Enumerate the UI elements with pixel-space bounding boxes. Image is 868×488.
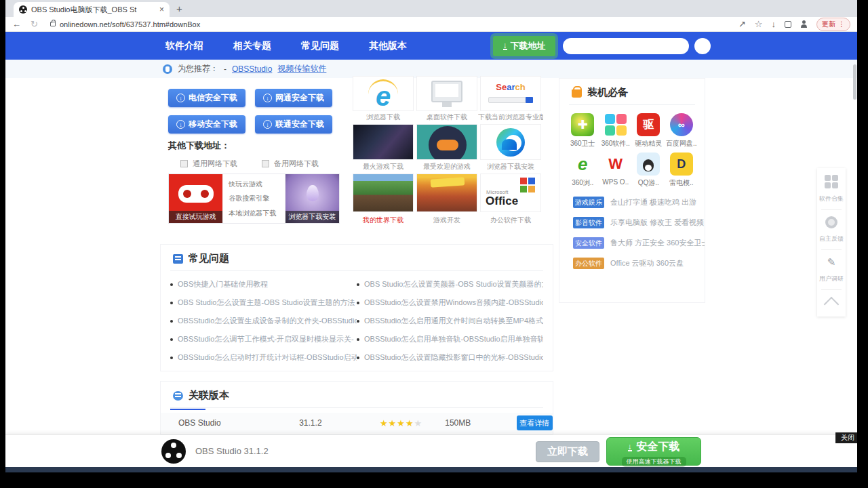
share-icon[interactable]: ↗ xyxy=(738,20,746,28)
category-badge[interactable]: 办公软件 xyxy=(573,258,604,269)
promo-banner[interactable]: 直接试玩游戏 快玩云游戏 谷歌搜索引擎 本地浏览器下载 浏览器下载安装 xyxy=(168,174,340,224)
faq-link[interactable]: OBSStudio怎么启动时打开统计对话框-OBSStudio启动时 xyxy=(170,348,357,367)
nav-item-intro[interactable]: 软件介绍 xyxy=(165,40,203,52)
bottom-download-bar: OBS Studio 31.1.2 立即下载 ↓ 安全下载 使用高速下载器下载 … xyxy=(5,434,857,467)
download-now-button[interactable]: 立即下载 xyxy=(536,441,599,462)
collection-icon[interactable] xyxy=(825,175,838,188)
ad-tile-search[interactable]: Search xyxy=(480,76,541,111)
download-circle-icon: ↓ xyxy=(263,94,272,102)
category-badge[interactable]: 游戏娱乐 xyxy=(573,197,604,208)
faq-link[interactable]: OBS Studio怎么设置美颜器-OBS Studio设置美颜器的方 xyxy=(357,275,543,293)
ad-caption[interactable]: 最受欢迎的游戏 xyxy=(414,162,479,171)
nav-item-faq[interactable]: 常见问题 xyxy=(301,40,339,52)
safe-download-button[interactable]: ↓ 安全下载 使用高速下载器下载 xyxy=(606,437,701,466)
ad-tile-runner-game[interactable] xyxy=(416,174,477,212)
faq-link[interactable]: OBSStudio怎么设置禁用Windows音频内建-OBSStudio设 xyxy=(357,293,543,312)
tab-search-icon[interactable] xyxy=(785,21,791,28)
faq-link[interactable]: OBS Studio怎么设置主题-OBS Studio设置主题的方法 xyxy=(170,293,357,312)
ad-tile-popular-games[interactable] xyxy=(416,124,477,160)
recommend-label: 为您推荐： xyxy=(178,63,218,75)
feedback-icon[interactable] xyxy=(825,216,837,228)
ad-caption[interactable]: 浏览器下载 xyxy=(351,113,416,122)
unicom-download-button[interactable]: ↓ 联通安全下载 xyxy=(255,115,332,134)
mirror-link-general[interactable]: 通用网络下载 xyxy=(180,159,237,169)
rail-label[interactable]: 软件合集 xyxy=(819,195,844,203)
new-tab-button[interactable]: + xyxy=(176,3,182,14)
faq-link[interactable]: OBSStudio怎么调节工作模式-开启双显时模块显示关- xyxy=(170,330,357,348)
promo-link-cloud-game[interactable]: 快玩云游戏 xyxy=(229,180,284,189)
app-baidu-pan[interactable]: ∞百度网盘.. xyxy=(665,113,698,148)
ad-caption[interactable]: 游戏开发 xyxy=(414,216,479,225)
ad-caption[interactable]: 下载当前浏览器专业版 xyxy=(478,113,543,122)
play-game-ad-tile[interactable]: 直接试玩游戏 xyxy=(169,174,222,223)
breadcrumb-link-category[interactable]: 视频传输软件 xyxy=(277,63,326,75)
ad-tile-edge-browser[interactable] xyxy=(480,124,541,160)
category-badge[interactable]: 安全软件 xyxy=(573,237,604,249)
faq-link[interactable]: OBSStudio怎么设置生成设备录制的文件夹-OBSStudio录 xyxy=(170,312,357,330)
close-tab-icon[interactable]: × xyxy=(159,5,164,14)
category-row-media: 影音软件 乐享电脑版 修改王 爱看视频 xyxy=(559,217,705,228)
ad-tile-desktop-software[interactable] xyxy=(416,76,477,111)
ad-caption[interactable]: 浏览器下载安装 xyxy=(478,162,543,171)
breadcrumb-link-obsstudio[interactable]: OBSStudio xyxy=(232,64,272,74)
profile-icon[interactable] xyxy=(800,20,808,28)
version-name[interactable]: OBS Studio xyxy=(178,418,299,428)
nav-item-topics[interactable]: 相关专题 xyxy=(233,40,271,52)
ad-caption[interactable]: 桌面软件下载 xyxy=(414,113,479,122)
back-to-top-icon[interactable] xyxy=(824,297,840,312)
promo-link-search-engine[interactable]: 谷歌搜索引擎 xyxy=(229,194,284,203)
safe-download-label: 安全下载 xyxy=(637,440,680,454)
ad-caption[interactable]: 我的世界下载 xyxy=(351,216,416,225)
download-address-label: 下载地址 xyxy=(511,40,546,52)
app-driver-genius[interactable]: 驱驱动精灵 xyxy=(632,113,665,148)
rail-label[interactable]: 用户调研 xyxy=(819,274,844,283)
ad-tile-minecraft[interactable] xyxy=(353,174,414,212)
nav-item-versions[interactable]: 其他版本 xyxy=(369,40,407,52)
browser-tab[interactable]: OBS Studio电脑版下载_OBS St × xyxy=(14,2,170,17)
browser-update-pill[interactable]: 更新 ⋮ xyxy=(816,18,850,31)
version-number: 31.1.2 xyxy=(299,418,380,428)
pencil-icon[interactable]: ✎ xyxy=(827,256,836,268)
app-qq-game[interactable]: QQ游.. xyxy=(632,152,665,188)
faq-link[interactable]: OBS快捷入门基础使用教程 xyxy=(170,275,357,293)
ad-tile-office[interactable]: Microsoft Office xyxy=(480,174,541,212)
category-badge[interactable]: 影音软件 xyxy=(573,217,604,228)
bookmark-star-icon[interactable]: ☆ xyxy=(755,20,763,28)
app-360-browser[interactable]: e360浏.. xyxy=(566,152,599,188)
netcom-download-button[interactable]: ↓ 网通安全下载 xyxy=(255,89,332,107)
app-360-guard[interactable]: ✚360卫士 xyxy=(566,113,599,148)
mobile-download-button[interactable]: ↓ 移动安全下载 xyxy=(168,115,245,134)
ad-tile-hot-games[interactable] xyxy=(353,124,414,160)
category-links[interactable]: 乐享电脑版 修改王 爱看视频 xyxy=(610,218,704,228)
ad-caption[interactable]: 办公软件下载 xyxy=(478,216,543,225)
downloads-icon[interactable]: ↓ xyxy=(772,20,776,28)
view-details-button[interactable]: 查看详情 xyxy=(517,415,553,430)
app-ld-player[interactable]: D雷电模.. xyxy=(665,152,698,188)
faq-link[interactable]: OBSStudio怎么启用单独音轨-OBSStudio启用单独音轨的 xyxy=(357,330,543,348)
mirror-link-backup[interactable]: 备用网络下载 xyxy=(262,159,319,169)
ad-tile-ie-browser[interactable]: e xyxy=(353,76,414,111)
faq-link[interactable]: OBSStudio怎么设置隐藏投影窗口中的光标-OBSStudio设 xyxy=(357,348,543,367)
app-wps[interactable]: WWPS O.. xyxy=(599,152,633,188)
search-input[interactable] xyxy=(563,38,689,54)
promo-link-local-browser[interactable]: 本地浏览器下载 xyxy=(229,209,284,218)
browser-install-ad-tile[interactable]: 浏览器下载安装 xyxy=(285,174,339,223)
address-bar[interactable]: onlinedown.net/soft/637537.htm#downBox xyxy=(47,20,729,28)
category-links[interactable]: Office 云驱动 360云盘 xyxy=(610,258,684,268)
rail-label[interactable]: 自主反馈 xyxy=(819,235,844,243)
app-360-soft[interactable]: 360软件.. xyxy=(599,113,633,148)
scrollbar-thumb[interactable] xyxy=(853,64,856,100)
reload-icon[interactable]: ↻ xyxy=(31,20,38,28)
category-links[interactable]: 金山打字通 极速吃鸡 出游 xyxy=(610,197,696,207)
category-links[interactable]: 鲁大师 方正安全 360安全卫士 xyxy=(610,238,705,248)
url-text[interactable]: onlinedown.net/soft/637537.htm#downBox xyxy=(60,20,200,28)
close-bar-button[interactable]: 关闭 xyxy=(835,432,857,443)
menu-dots-icon[interactable]: ⋮ xyxy=(838,20,845,28)
back-icon[interactable]: ← xyxy=(12,20,21,28)
ad-caption[interactable]: 最火游戏下载 xyxy=(351,162,416,171)
download-address-button[interactable]: ↓ 下载地址 xyxy=(493,36,555,56)
faq-link[interactable]: OBSStudio怎么启用通用文件时间自动转换至MP4格式- xyxy=(357,312,543,330)
search-button[interactable] xyxy=(694,38,711,54)
telecom-download-button[interactable]: ↓ 电信安全下载 xyxy=(168,89,245,107)
divider xyxy=(170,407,543,408)
